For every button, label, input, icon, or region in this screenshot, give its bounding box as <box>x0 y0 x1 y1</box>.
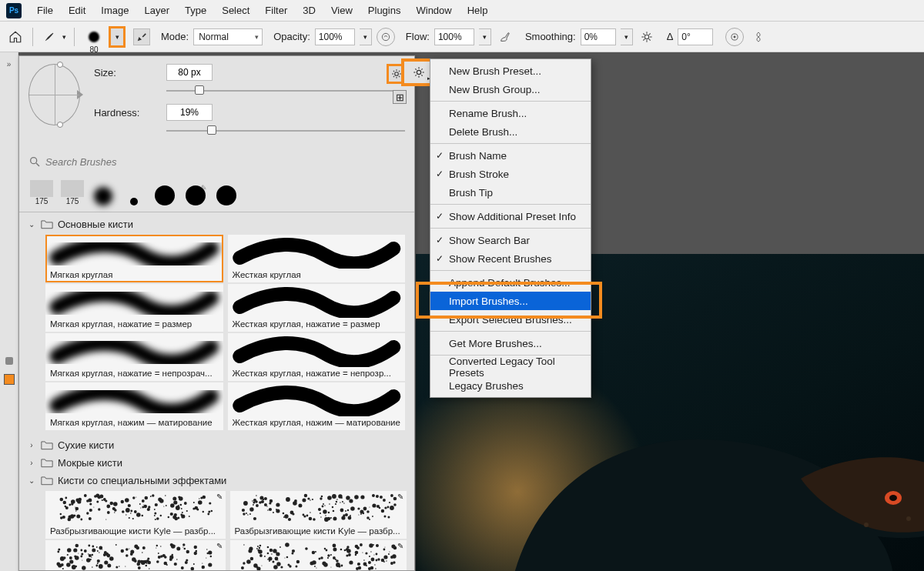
svg-point-189 <box>276 503 280 506</box>
smoothing-input[interactable]: 0% <box>581 28 616 45</box>
svg-point-106 <box>160 515 162 516</box>
menu-layer[interactable]: Layer <box>137 2 178 19</box>
hardness-slider[interactable] <box>166 124 405 138</box>
hardness-input[interactable] <box>166 104 213 121</box>
brush-preset[interactable]: ✎Разбрызгивающие кисти Kyle — разбр... <box>230 491 407 539</box>
menu-select[interactable]: Select <box>214 2 257 19</box>
new-preset-icon[interactable]: ⊞ <box>393 90 407 104</box>
flyout-item[interactable]: Show Additional Preset Info <box>430 207 591 225</box>
brush-preset[interactable]: ✎Разбрызгивающие кисти Kyle — управл... <box>45 540 226 570</box>
svg-point-490 <box>332 544 336 548</box>
recent-brush[interactable] <box>121 176 147 205</box>
flyout-item[interactable]: Converted Legacy Tool Presets <box>430 358 591 376</box>
svg-point-405 <box>383 549 385 551</box>
menu-edit[interactable]: Edit <box>61 2 93 19</box>
recent-brush[interactable] <box>90 176 116 205</box>
swatch-icon[interactable] <box>4 374 15 385</box>
brush-preset[interactable]: Жесткая круглая, нажим — матирование <box>228 382 406 430</box>
menu-window[interactable]: Window <box>408 2 459 19</box>
panel-icon[interactable] <box>5 357 13 365</box>
opacity-input[interactable]: 100% <box>315 28 355 45</box>
flow-dropdown[interactable]: ▾ <box>479 28 491 45</box>
brush-preset[interactable]: Жесткая круглая <box>228 235 406 282</box>
svg-point-345 <box>136 563 140 566</box>
folder-fx[interactable]: ⌄ Кисти со специальными эффектами <box>22 472 410 489</box>
home-icon[interactable] <box>6 28 25 46</box>
opacity-dropdown[interactable]: ▾ <box>360 28 372 45</box>
svg-point-507 <box>338 565 340 567</box>
flyout-item[interactable]: New Brush Group... <box>430 80 591 99</box>
brush-preset[interactable]: Жесткая круглая, нажатие = размер <box>228 284 406 332</box>
recent-brush[interactable] <box>152 176 178 205</box>
menu-file[interactable]: File <box>29 2 61 19</box>
flow-input[interactable]: 100% <box>434 28 474 45</box>
recent-brush[interactable] <box>213 176 239 205</box>
smoothing-gear-icon[interactable] <box>638 31 656 43</box>
svg-point-460 <box>340 565 343 567</box>
brush-tip-preview[interactable]: 80 <box>82 28 105 46</box>
menu-3d[interactable]: 3D <box>295 2 323 19</box>
menu-image[interactable]: Image <box>93 2 136 19</box>
size-input[interactable] <box>166 64 213 81</box>
menu-type[interactable]: Type <box>177 2 214 19</box>
brush-settings-icon[interactable] <box>133 28 150 45</box>
size-slider[interactable] <box>166 84 405 98</box>
symmetry-icon[interactable] <box>748 31 768 43</box>
flyout-item[interactable]: Brush Name <box>430 146 591 165</box>
svg-point-233 <box>342 501 343 503</box>
flyout-item[interactable]: Legacy Brushes <box>430 376 591 395</box>
folder-main[interactable]: ⌄ Основные кисти <box>22 215 410 233</box>
flyout-item[interactable]: Show Search Bar <box>430 231 591 249</box>
svg-line-24 <box>393 76 394 77</box>
brush-tool-icon[interactable] <box>41 31 58 43</box>
flyout-item[interactable]: New Brush Preset... <box>430 62 591 80</box>
search-input[interactable] <box>45 153 405 170</box>
brush-preset[interactable]: Мягкая круглая, нажатие = размер <box>45 284 223 332</box>
folder-wet[interactable]: › Мокрые кисти <box>22 454 410 472</box>
svg-point-313 <box>174 563 177 566</box>
airbrush-icon[interactable] <box>496 31 514 43</box>
menu-view[interactable]: View <box>323 2 360 19</box>
flyout-item[interactable]: Brush Tip <box>430 183 591 202</box>
flyout-item[interactable]: Brush Stroke <box>430 165 591 183</box>
smoothing-dropdown[interactable]: ▾ <box>621 28 633 45</box>
brush-picker-toggle[interactable]: ▾ <box>109 26 126 48</box>
disclose-icon: › <box>27 441 36 449</box>
menu-help[interactable]: Help <box>460 2 496 19</box>
flyout-item[interactable]: Delete Brush... <box>430 122 591 141</box>
svg-point-116 <box>199 498 199 499</box>
angle-input[interactable]: 0° <box>678 28 713 45</box>
flyout-item[interactable]: Append Default Brushes... <box>430 273 591 292</box>
brush-preset[interactable]: ✎Концептуальные кисти Kyle — универс... <box>230 540 407 570</box>
flyout-item[interactable]: Import Brushes... <box>430 292 591 310</box>
brush-preset-picker: Size: Hardness: ⊞ 175175✎ <box>18 55 415 571</box>
recent-brush[interactable]: 175 <box>28 176 55 205</box>
blend-mode-select[interactable]: Normal <box>193 28 263 45</box>
menu-filter[interactable]: Filter <box>257 2 295 19</box>
expand-panels-icon[interactable]: » <box>7 60 12 68</box>
brush-angle-widget[interactable] <box>28 64 80 125</box>
pressure-size-icon[interactable] <box>725 28 744 46</box>
flyout-item[interactable]: Show Recent Brushes <box>430 249 591 268</box>
svg-point-125 <box>181 514 185 518</box>
brush-preset[interactable]: ✎Разбрызгивающие кисти Kyle — разбр... <box>45 491 226 539</box>
brush-preset[interactable]: Мягкая круглая, нажим — матирование <box>45 382 223 430</box>
recent-brush[interactable]: ✎ <box>182 176 209 205</box>
svg-point-401 <box>318 558 320 560</box>
svg-point-112 <box>194 506 198 510</box>
svg-point-123 <box>150 496 152 497</box>
svg-point-154 <box>319 513 320 514</box>
brush-preset[interactable]: Мягкая круглая <box>45 235 223 282</box>
flyout-item[interactable]: Export Selected Brushes... <box>430 310 591 329</box>
flyout-item[interactable]: Rename Brush... <box>430 104 591 122</box>
recent-brush[interactable]: 175 <box>59 176 85 205</box>
flyout-item[interactable]: Get More Brushes... <box>430 334 591 352</box>
menu-plugins[interactable]: Plugins <box>360 2 409 19</box>
svg-point-399 <box>285 543 290 547</box>
chevron-down-icon[interactable]: ▾ <box>62 33 66 41</box>
brush-preset[interactable]: Мягкая круглая, нажатие = непрозрач... <box>45 333 223 381</box>
svg-point-254 <box>303 515 306 517</box>
pressure-opacity-icon[interactable] <box>377 28 395 46</box>
folder-dry[interactable]: › Сухие кисти <box>22 436 410 454</box>
brush-preset[interactable]: Жесткая круглая, нажатие = непрозр... <box>228 333 406 381</box>
